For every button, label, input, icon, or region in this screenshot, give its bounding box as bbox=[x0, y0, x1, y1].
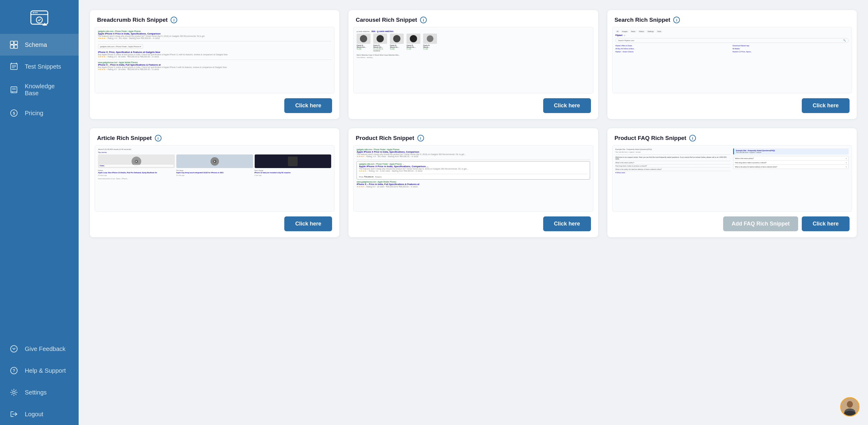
breadcrumb-card-footer: Click here bbox=[90, 93, 339, 119]
give-feedback-icon bbox=[8, 344, 19, 354]
search-click-here-button[interactable]: Click here bbox=[802, 98, 849, 113]
product-faq-click-here-button[interactable]: Click here bbox=[802, 217, 849, 231]
sidebar-item-pricing[interactable]: $ Pricing bbox=[0, 102, 79, 124]
schema-icon bbox=[8, 39, 19, 50]
product-faq-card-header: Product FAQ Rich Snippet i bbox=[607, 128, 857, 145]
article-info-icon[interactable]: i bbox=[155, 135, 161, 141]
article-click-here-button[interactable]: Click here bbox=[284, 217, 332, 231]
svg-text:?: ? bbox=[13, 368, 16, 373]
sidebar-give-feedback-label: Give Feedback bbox=[25, 346, 66, 353]
article-card-title: Article Rich Snippet bbox=[97, 135, 152, 141]
main-content: Breadcrumb Rich Snippet i gadgets.ndtv.c… bbox=[79, 0, 868, 425]
breadcrumb-card-title: Breadcrumb Rich Snippet bbox=[97, 17, 167, 23]
article-card-preview: About 5,31,00,000 results (0.46 seconds)… bbox=[95, 145, 335, 211]
breadcrumb-click-here-button[interactable]: Click here bbox=[284, 98, 332, 113]
product-card-title: Product Rich Snippet bbox=[356, 135, 414, 141]
search-info-icon[interactable]: i bbox=[673, 17, 680, 23]
snippet-cards-grid: Breadcrumb Rich Snippet i gadgets.ndtv.c… bbox=[90, 10, 857, 237]
search-card-title: Search Rich Snippet bbox=[615, 17, 671, 23]
product-click-here-button[interactable]: Click here bbox=[543, 217, 591, 231]
sidebar-logo bbox=[0, 0, 79, 34]
product-card: Product Rich Snippet i gadgets.ndtv.com … bbox=[348, 128, 598, 237]
breadcrumb-info-icon[interactable]: i bbox=[170, 17, 177, 23]
product-info-icon[interactable]: i bbox=[417, 135, 424, 141]
product-card-header: Product Rich Snippet i bbox=[348, 128, 598, 145]
sidebar-logout-label: Logout bbox=[25, 411, 43, 418]
sidebar-schema-label: Schema bbox=[25, 41, 47, 48]
sidebar-item-give-feedback[interactable]: Give Feedback bbox=[0, 338, 79, 360]
product-faq-card: Product FAQ Rich Snippet i Example Site … bbox=[607, 128, 857, 237]
sidebar: Schema Test Snippets bbox=[0, 0, 79, 425]
search-card-header: Search Rich Snippet i bbox=[607, 10, 857, 27]
carousel-info-icon[interactable]: i bbox=[420, 17, 427, 23]
sidebar-item-logout[interactable]: Logout bbox=[0, 403, 79, 425]
search-card-preview: All Images News Videos Settings Tools Fl… bbox=[612, 27, 852, 93]
help-support-icon: ? bbox=[8, 365, 19, 376]
breadcrumb-card-preview: gadgets.ndtv.com › Phone Finder › Apple … bbox=[95, 27, 335, 93]
carousel-card: Carousel Rich Snippet i g casio watches … bbox=[348, 10, 598, 120]
pricing-icon: $ bbox=[8, 108, 19, 119]
add-faq-rich-snippet-button[interactable]: Add FAQ Rich Snippet bbox=[723, 217, 798, 231]
avatar-bubble[interactable] bbox=[840, 397, 860, 417]
svg-text:$: $ bbox=[13, 111, 15, 116]
sidebar-test-snippets-label: Test Snippets bbox=[25, 63, 61, 70]
breadcrumb-card-header: Breadcrumb Rich Snippet i bbox=[90, 10, 339, 27]
product-faq-info-icon[interactable]: i bbox=[689, 135, 696, 141]
breadcrumb-card: Breadcrumb Rich Snippet i gadgets.ndtv.c… bbox=[90, 10, 340, 120]
logout-icon bbox=[8, 409, 19, 420]
svg-rect-8 bbox=[10, 41, 13, 44]
article-card-header: Article Rich Snippet i bbox=[90, 128, 339, 145]
article-card-footer: Click here bbox=[90, 211, 339, 237]
sidebar-item-knowledge-base[interactable]: Knowledge Base bbox=[0, 77, 79, 102]
carousel-card-preview: g casio watches Ads · g casio watches Ca… bbox=[353, 27, 593, 93]
svg-rect-10 bbox=[10, 45, 13, 48]
settings-icon bbox=[8, 387, 19, 398]
svg-point-3 bbox=[33, 12, 34, 13]
svg-rect-9 bbox=[14, 41, 18, 44]
sidebar-item-test-snippets[interactable]: Test Snippets bbox=[0, 56, 79, 77]
sidebar-navigation: Schema Test Snippets bbox=[0, 34, 79, 425]
sidebar-pricing-label: Pricing bbox=[25, 110, 43, 117]
knowledge-base-icon bbox=[8, 84, 19, 95]
search-card: Search Rich Snippet i All Images News Vi… bbox=[607, 10, 857, 120]
svg-rect-11 bbox=[14, 45, 18, 48]
sidebar-knowledge-base-label: Knowledge Base bbox=[25, 83, 70, 97]
test-snippets-icon bbox=[8, 61, 19, 72]
sidebar-item-settings[interactable]: Settings bbox=[0, 382, 79, 403]
product-faq-card-preview: Example Site - Frequently Asked Question… bbox=[612, 145, 852, 211]
sidebar-item-schema[interactable]: Schema bbox=[0, 34, 79, 56]
svg-point-5 bbox=[36, 12, 37, 13]
svg-point-2 bbox=[36, 17, 42, 23]
product-card-footer: Click here bbox=[348, 211, 598, 237]
product-card-preview: gadgets.ndtv.com › Phone Finder › Apple … bbox=[353, 145, 593, 211]
search-card-footer: Click here bbox=[607, 93, 857, 119]
carousel-card-title: Carousel Rich Snippet bbox=[356, 17, 417, 23]
svg-point-27 bbox=[847, 401, 853, 408]
carousel-card-footer: Click here bbox=[348, 93, 598, 119]
svg-point-21 bbox=[10, 346, 17, 352]
sidebar-item-help-support[interactable]: ? Help & Support bbox=[0, 360, 79, 382]
product-faq-card-title: Product FAQ Rich Snippet bbox=[615, 135, 686, 141]
product-faq-card-footer: Add FAQ Rich Snippet Click here bbox=[607, 211, 857, 237]
sidebar-settings-label: Settings bbox=[25, 389, 46, 396]
svg-point-24 bbox=[13, 391, 15, 394]
svg-point-4 bbox=[34, 12, 36, 13]
carousel-click-here-button[interactable]: Click here bbox=[543, 98, 591, 113]
article-card: Article Rich Snippet i About 5,31,00,000… bbox=[90, 128, 340, 237]
carousel-card-header: Carousel Rich Snippet i bbox=[348, 10, 598, 27]
sidebar-help-support-label: Help & Support bbox=[25, 367, 66, 374]
